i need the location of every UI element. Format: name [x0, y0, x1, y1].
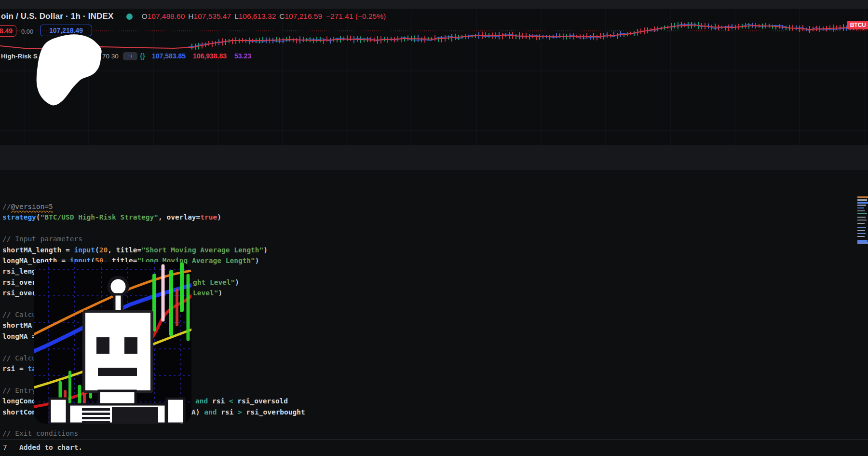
minimap-line [857, 240, 868, 242]
symbol-header-row: oin / U.S. Dollar · 1h · INDEX O107,488.… [1, 12, 386, 21]
market-status-dot [126, 14, 133, 20]
top-toolbar-strip [0, 0, 868, 9]
minimap-line [857, 220, 867, 221]
code-line: // Exit conditions [0, 428, 868, 439]
strategy-value-red: 106,938.83 [193, 52, 227, 60]
price-chart [0, 9, 868, 145]
price-scale-symbol-badge: BTCU [847, 21, 868, 29]
ohlc-open-label: O [142, 12, 148, 21]
minimap-line [857, 233, 866, 234]
minimap-line [857, 202, 868, 204]
minimap-line [857, 213, 867, 214]
minimap-line [857, 210, 865, 211]
strategy-legend-title[interactable]: High-Risk S [1, 53, 38, 60]
minimap-line [857, 217, 866, 218]
robot-watermark-image [34, 262, 191, 424]
tradingview-window: { "chart_header": { "symbol_title": "oin… [0, 0, 868, 456]
ohlc-close-value: 107,216.59 [285, 12, 322, 21]
minimap-line [857, 227, 866, 228]
console-message: Added to chart. [19, 443, 82, 451]
minimap-line [857, 205, 866, 206]
ohlc-low-label: L [234, 12, 239, 21]
minimap-line [857, 236, 865, 237]
ohlc-values: O107,488.60 H107,535.47 L106,613.32 C107… [138, 12, 386, 21]
minimap-line [857, 230, 865, 231]
white-blob-overlay [34, 31, 104, 107]
zero-value-label: 0.00 [21, 28, 33, 35]
ohlc-change-value: −271.41 (−0.25%) [326, 12, 386, 21]
console-line-number: 7 [3, 443, 7, 451]
minimap-line [857, 199, 867, 201]
chart-pane[interactable]: oin / U.S. Dollar · 1h · INDEX O107,488.… [0, 9, 868, 145]
price-label-red: 107,218.49 [0, 25, 16, 37]
strategy-value-blue: 107,583.85 [152, 52, 186, 60]
minimap-line [857, 196, 868, 198]
minimap-line [857, 207, 864, 208]
editor-minimap[interactable] [857, 195, 868, 249]
code-line: shortMA_length = input(20, title="Short … [0, 245, 868, 255]
code-line: //@version=5 [0, 201, 868, 212]
strategy-legend-args: 70 30 [102, 53, 119, 60]
ohlc-low-value: 106,613.32 [239, 12, 276, 21]
source-code-icon[interactable]: {} [140, 52, 145, 60]
ohlc-close-label: C [279, 12, 285, 21]
symbol-title[interactable]: oin / U.S. Dollar · 1h · INDEX [1, 12, 114, 21]
code-line: strategy("BTC/USD High-Risk Strategy", o… [0, 212, 868, 222]
code-line: // Input parameters [0, 234, 868, 244]
editor-console-row: 7 Added to chart. [0, 439, 868, 456]
strategy-orders-icon[interactable]: ↑↓ [123, 52, 137, 60]
strategy-value-purple: 53.23 [234, 52, 251, 60]
ohlc-high-label: H [188, 12, 193, 21]
script-header-bar: ussian Channel + Stoch RSI Strat... Upda… [0, 170, 868, 196]
bottom-panel-tab-bar: itor Strategy Tester Replay Trading Trad… [0, 145, 868, 170]
code-line [0, 223, 868, 234]
ohlc-open-value: 107,488.60 [148, 12, 185, 21]
minimap-line [857, 242, 868, 244]
ohlc-high-value: 107,535.47 [193, 12, 231, 21]
minimap-line [857, 223, 865, 224]
